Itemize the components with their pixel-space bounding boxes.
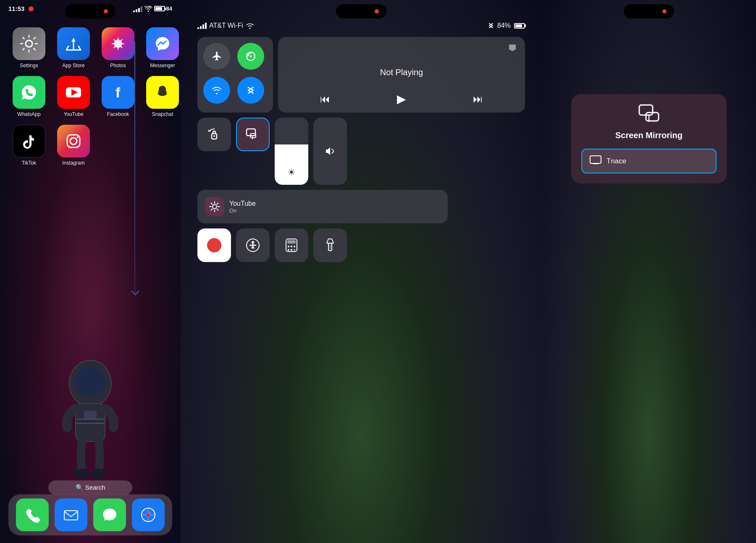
cc-bluetooth-btn[interactable] (237, 77, 264, 104)
cc-row-4 (197, 228, 525, 262)
cc-calculator-btn[interactable] (275, 228, 308, 262)
youtube-icon-wrap (205, 197, 224, 216)
messenger-icon[interactable] (146, 27, 179, 60)
app-label-appstore: App Store (62, 63, 84, 68)
cc-brightness-slider[interactable]: ☀ (275, 118, 308, 185)
cc-cellular-btn[interactable] (237, 43, 264, 70)
app-label-photos: Photos (110, 63, 126, 68)
svg-point-25 (213, 135, 215, 137)
photos-icon[interactable] (102, 27, 134, 60)
cc-accessibility-btn[interactable] (236, 228, 270, 262)
control-center-panel: AT&T Wi-Fi 84% (181, 0, 542, 543)
app-label-tiktok: TikTok (22, 160, 36, 166)
cc-wifi-btn[interactable] (203, 77, 230, 104)
dynamic-island-dot-3 (662, 9, 667, 13)
app-label-settings: Settings (20, 63, 38, 68)
youtube-icon[interactable] (57, 76, 90, 109)
app-settings[interactable]: Settings (10, 27, 48, 68)
svg-point-29 (213, 205, 217, 209)
search-bar[interactable]: 🔍 Search (48, 480, 132, 495)
brightness-fill (275, 144, 308, 185)
svg-text:f: f (116, 84, 121, 100)
astronaut-image (0, 320, 181, 497)
cc-signal-icon (197, 22, 207, 29)
cc-status-right: 84% (488, 22, 525, 29)
app-snapchat[interactable]: Snapchat (144, 76, 181, 117)
app-whatsapp[interactable]: WhatsApp (10, 76, 48, 117)
app-label-messenger: Messenger (150, 63, 175, 68)
cc-now-playing: Not Playing ⏮ ▶ ⏭ (278, 37, 525, 113)
cc-rotation-lock-btn[interactable] (197, 118, 231, 151)
svg-point-31 (252, 241, 254, 244)
home-screen-panel: 11:53 84 (0, 0, 181, 543)
dynamic-island-dot (104, 9, 108, 13)
cc-row-1: Not Playing ⏮ ▶ ⏭ (197, 37, 525, 113)
settings-icon[interactable] (13, 27, 45, 60)
screen-mirror-icon (638, 104, 659, 126)
snapchat-icon[interactable] (146, 76, 179, 109)
now-playing-text: Not Playing (380, 68, 423, 77)
app-photos[interactable]: Photos (99, 27, 137, 68)
whatsapp-icon[interactable] (13, 76, 45, 109)
dynamic-island (65, 4, 116, 18)
svg-point-42 (291, 249, 292, 251)
prev-btn[interactable]: ⏮ (320, 93, 330, 105)
app-instagram[interactable]: Instagram (55, 125, 92, 166)
dock-messages[interactable] (93, 498, 126, 531)
dynamic-island-2 (336, 4, 386, 18)
app-youtube[interactable]: YouTube (55, 76, 92, 117)
svg-point-8 (77, 136, 79, 138)
cc-screen-mirror-btn[interactable] (236, 118, 270, 151)
cc-youtube-btn[interactable]: YouTube On (197, 190, 448, 223)
instagram-icon[interactable] (57, 125, 90, 157)
mirror-device-name: Tnace (606, 157, 626, 165)
signal-icon (133, 5, 142, 12)
mirror-device-icon (590, 155, 601, 167)
cc-status-left: AT&T Wi-Fi (197, 22, 254, 29)
search-text[interactable]: 🔍 Search (76, 484, 105, 491)
app-label-facebook: Facebook (107, 111, 129, 117)
status-right: 84 (133, 5, 172, 12)
svg-point-12 (74, 469, 89, 479)
app-messenger[interactable]: Messenger (144, 27, 181, 68)
svg-rect-14 (84, 411, 97, 419)
app-label-whatsapp: WhatsApp (17, 111, 40, 117)
app-label-youtube: YouTube (63, 111, 83, 117)
app-label-instagram: Instagram (62, 160, 84, 166)
youtube-btn-text: YouTube On (229, 200, 256, 214)
battery-indicator: 84 (154, 5, 172, 12)
cc-row-2: ☀ (197, 118, 525, 185)
cc-status-bar: AT&T Wi-Fi 84% (181, 18, 542, 33)
dock-mail[interactable] (55, 498, 87, 531)
svg-point-39 (291, 246, 292, 247)
cc-connectivity-group (197, 37, 273, 113)
dock-safari[interactable] (132, 498, 165, 531)
tiktok-icon[interactable] (13, 125, 45, 157)
svg-point-38 (288, 246, 289, 247)
cc-row-3: YouTube On (197, 190, 525, 223)
mirror-device-item[interactable]: Tnace (581, 149, 717, 173)
next-btn[interactable]: ⏭ (473, 93, 483, 105)
facebook-icon[interactable]: f (102, 76, 134, 109)
now-playing-controls: ⏮ ▶ ⏭ (286, 92, 517, 106)
screen-mirroring-title: Screen Mirroring (615, 131, 682, 140)
cc-flashlight-btn[interactable] (313, 228, 347, 262)
svg-point-40 (294, 246, 295, 247)
cc-volume-slider[interactable] (313, 118, 347, 185)
cc-airplane-btn[interactable] (203, 43, 230, 70)
play-btn[interactable]: ▶ (397, 92, 406, 106)
app-tiktok[interactable]: TikTok (10, 125, 48, 166)
app-label-snapchat: Snapchat (152, 111, 173, 117)
app-facebook[interactable]: f Facebook (99, 76, 137, 117)
app-appstore[interactable]: App Store (55, 27, 92, 68)
appstore-icon[interactable] (57, 27, 90, 60)
dynamic-island-dot-2 (375, 9, 379, 13)
svg-rect-37 (287, 240, 296, 244)
svg-point-10 (76, 367, 105, 396)
svg-point-13 (91, 469, 106, 479)
cc-battery-pct: 84% (497, 22, 511, 29)
dock-phone[interactable] (16, 498, 49, 531)
cc-record-btn[interactable] (197, 228, 231, 262)
dock (8, 494, 172, 535)
mirror-title-row: Screen Mirroring (581, 104, 717, 140)
